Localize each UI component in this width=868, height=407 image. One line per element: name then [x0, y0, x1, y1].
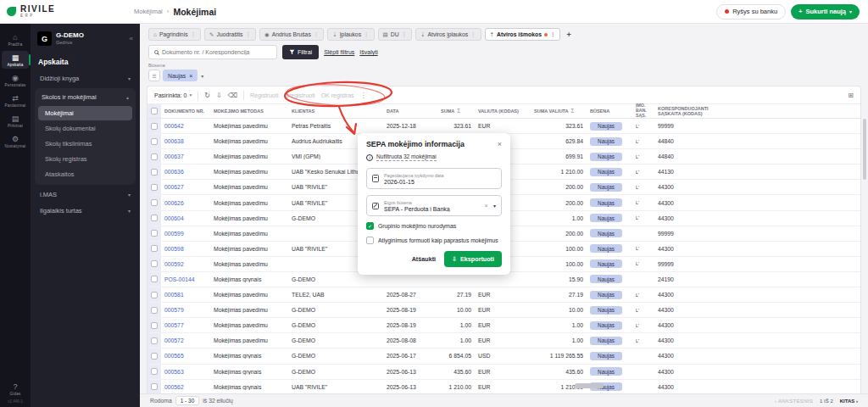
progress-status-select[interactable]: Eigos būsena SEPA - Perduota į Banką × ▾ — [366, 195, 502, 216]
tab-more-icon[interactable]: ⋮ — [314, 31, 320, 38]
rail-item[interactable]: ▤ Pirkimai — [2, 112, 29, 130]
view-tab[interactable]: ✎ Juodraštis ⋮ — [204, 28, 256, 41]
rail-item[interactable]: ▦ Apskaita — [2, 51, 29, 69]
document-link[interactable]: 000563 — [164, 369, 184, 375]
next-page-button[interactable]: KITAS › — [840, 399, 858, 404]
header-currency[interactable]: VALIUTA (KODAS) — [475, 109, 531, 114]
sidebar-group-header[interactable]: Skolos ir mokėjimai ▴ — [36, 89, 134, 105]
header-corresponding-account[interactable]: KORESPONDUOJANTI SĄSKAITA (KODAS) — [654, 106, 731, 117]
add-tab-button[interactable]: + — [564, 31, 573, 39]
sidebar-subitem[interactable]: Skolų registras — [38, 152, 132, 166]
export-button[interactable]: ⇩ Eksportuoti — [444, 251, 502, 267]
hide-filters-link[interactable]: Slėpti filtrus — [324, 49, 354, 55]
tab-more-icon[interactable]: ⋮ — [364, 31, 370, 38]
document-link[interactable]: POS-00144 — [164, 276, 195, 282]
row-checkbox[interactable] — [151, 322, 158, 329]
toolbar-action-button[interactable]: Išregistruoti — [284, 92, 314, 98]
table-row[interactable]: 000565 Mokėjimas grynais G-DEMO 2025-06-… — [147, 348, 860, 364]
header-document-number[interactable]: DOKUMENTO NR. — [161, 109, 210, 114]
row-checkbox[interactable] — [151, 184, 158, 191]
checkbox-icon[interactable] — [366, 237, 374, 244]
refresh-icon[interactable]: ↻ — [204, 92, 210, 99]
row-checkbox[interactable] — [151, 123, 158, 130]
breadcrumb-item[interactable]: Mokėjimai — [134, 8, 163, 15]
remove-chip-icon[interactable]: × — [189, 73, 192, 79]
rail-item[interactable]: ◉ Personalas — [2, 71, 29, 89]
selected-count-dropdown[interactable]: Pasirinkta: 0 ▾ — [154, 92, 192, 98]
row-checkbox[interactable] — [151, 307, 158, 314]
erase-icon[interactable]: ⌫ — [228, 92, 237, 99]
header-date[interactable]: DATA — [383, 109, 437, 114]
tab-more-icon[interactable]: ⋮ — [470, 31, 476, 38]
row-checkbox[interactable] — [151, 199, 158, 206]
document-link[interactable]: 000565 — [164, 353, 184, 359]
row-checkbox[interactable] — [151, 169, 158, 176]
row-checkbox[interactable] — [151, 215, 158, 221]
sum-icon[interactable]: Σ — [571, 108, 575, 114]
column-settings-icon[interactable]: ⊞ — [848, 92, 854, 99]
select-all-checkbox[interactable] — [151, 108, 158, 114]
document-link[interactable]: 000562 — [164, 384, 184, 390]
execution-date-field[interactable]: Pageidaujama įvykdymo data 2026-01-15 — [366, 168, 502, 189]
header-payment-method[interactable]: MOKĖJIMO METODAS — [210, 109, 288, 114]
view-tab[interactable]: ⇣ Įplaukos ⋮ — [327, 28, 374, 41]
table-row[interactable]: 000642 Mokėjimas pavedimu Petras Petrait… — [147, 119, 860, 134]
document-link[interactable]: 000579 — [164, 307, 184, 313]
row-checkbox[interactable] — [151, 383, 158, 390]
chevron-down-icon[interactable]: ▾ — [201, 73, 203, 79]
tab-more-icon[interactable]: ⋮ — [402, 31, 408, 38]
view-tab[interactable]: ◉ Andrius Brušas ⋮ — [259, 28, 324, 41]
create-new-button[interactable]: + Sukurti naują ▾ — [791, 4, 860, 20]
previous-page-button[interactable]: ‹ ANKSTESNIS — [775, 399, 813, 404]
more-actions-icon[interactable]: ⋮ — [360, 92, 367, 99]
view-tab[interactable]: ⇡ Atviros išmokos ⋮ — [485, 28, 561, 41]
tab-more-icon[interactable]: ⋮ — [246, 31, 252, 38]
status-filter-chip[interactable]: Naujas × — [163, 70, 198, 81]
row-checkbox[interactable] — [151, 292, 158, 298]
table-row[interactable]: 000562 Mokėjimas grynais UAB "RIVILĖ" 20… — [147, 380, 860, 393]
rows-range-select[interactable]: 1 - 30 — [175, 396, 200, 405]
document-link[interactable]: 000572 — [164, 337, 184, 343]
table-row[interactable]: 000581 Mokėjimas pavedimu TELE2, UAB 202… — [147, 287, 860, 303]
document-link[interactable]: 000627 — [164, 184, 184, 190]
row-checkbox[interactable] — [151, 230, 158, 237]
row-checkbox[interactable] — [151, 260, 158, 267]
document-link[interactable]: 000604 — [164, 215, 184, 221]
table-row[interactable]: 000579 Mokėjimas pavedimu G-DEMO 2025-08… — [147, 303, 860, 318]
row-checkbox[interactable] — [151, 353, 158, 360]
document-link[interactable]: 000577 — [164, 322, 184, 328]
sidebar-subitem[interactable]: Skolų dokumentai — [38, 121, 132, 136]
filter-drag-icon[interactable]: ☰ — [148, 70, 160, 81]
sidebar-subitem[interactable]: Mokėjimai — [38, 106, 132, 120]
sum-icon[interactable]: Σ — [457, 108, 460, 114]
download-icon[interactable]: ⇩ — [216, 92, 222, 99]
cancel-button[interactable]: Atšaukti — [412, 255, 436, 263]
document-link[interactable]: 000598 — [164, 246, 184, 252]
header-bank-account[interactable]: ĮMO. BAN. SĄS. — [632, 103, 654, 119]
rail-item[interactable]: ⌂ Pradžia — [2, 31, 29, 48]
document-link[interactable]: 000626 — [164, 200, 184, 206]
view-tab[interactable]: ▤ DU ⋮ — [378, 28, 412, 41]
table-row[interactable]: 000577 Mokėjimas pavedimu G-DEMO 2025-08… — [147, 318, 860, 333]
document-link[interactable]: 000642 — [164, 123, 184, 129]
table-row[interactable]: 000572 Mokėjimas pavedimu G-DEMO 2025-08… — [147, 333, 860, 348]
company-switcher[interactable]: G G-DEMO Gedrius « — [35, 30, 136, 53]
collapse-sidebar-icon[interactable]: « — [130, 35, 133, 42]
tab-more-icon[interactable]: ⋮ — [550, 31, 556, 38]
sidebar-item-ilgalaikis-turtas[interactable]: Ilgalaikis turtas ▾ — [35, 203, 136, 219]
rail-item[interactable]: ⇄ Pardavimai — [2, 92, 29, 109]
tab-more-icon[interactable]: ⋮ — [191, 31, 197, 38]
table-row[interactable]: 000563 Mokėjimas grynais G-DEMO 2025-06-… — [147, 365, 860, 380]
chevron-down-icon[interactable]: ▾ — [493, 203, 496, 209]
document-link[interactable]: 000637 — [164, 153, 184, 159]
row-checkbox[interactable] — [151, 337, 158, 344]
search-input[interactable] — [162, 49, 271, 55]
salary-payments-checkbox-row[interactable]: Atlyginimus formuoti kaip paprastus mokė… — [366, 237, 502, 244]
sidebar-subitem[interactable]: Skolų tikslinimas — [38, 137, 132, 151]
sidebar-item-didzioji-knyga[interactable]: Didžioji knyga ▾ — [35, 70, 136, 86]
group-payment-checkbox-row[interactable]: Grupinio mokėjimo nurodymas — [366, 222, 502, 230]
header-client[interactable]: KLIENTAS — [288, 109, 383, 114]
sidebar-subitem[interactable]: Ataskaitos — [38, 167, 132, 181]
checkbox-icon[interactable] — [366, 222, 374, 230]
row-checkbox[interactable] — [151, 276, 158, 282]
